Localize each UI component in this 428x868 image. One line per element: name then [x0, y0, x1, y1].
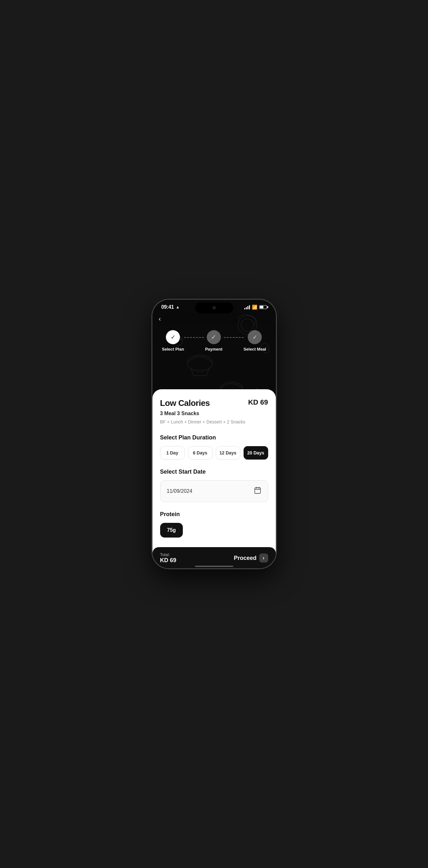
- proceed-button[interactable]: Proceed ›: [234, 554, 268, 562]
- plan-header: Low Calories KD 69: [160, 398, 268, 408]
- camera-notch: [195, 302, 233, 313]
- plan-title: Low Calories: [160, 398, 210, 408]
- step-label-payment: Payment: [205, 347, 222, 351]
- date-input[interactable]: 11/09/2024: [160, 480, 268, 502]
- time-display: 09:41: [161, 304, 174, 310]
- step-select-meal: ✓ Select Meal: [244, 330, 266, 351]
- bar3: [247, 306, 248, 309]
- step-circle-payment[interactable]: ✓: [207, 330, 221, 344]
- step-circle-select-plan[interactable]: ✓: [166, 330, 180, 344]
- protein-badge[interactable]: 75g: [160, 523, 183, 537]
- plan-subtitle: 3 Meal 3 Snacks: [160, 411, 268, 416]
- step-payment: ✓ Payment: [204, 330, 224, 351]
- total-info: Total: KD 69: [160, 552, 177, 564]
- status-icons: 📶: [244, 305, 267, 310]
- content-card: Low Calories KD 69 3 Meal 3 Snacks BF + …: [152, 389, 276, 568]
- duration-section-title: Select Plan Duration: [160, 434, 268, 441]
- signal-bars-icon: [244, 305, 250, 309]
- location-icon: ▲: [176, 305, 180, 309]
- total-label: Total:: [160, 552, 177, 557]
- plan-description: BF + Lunch + Dinner + Dessert + 2 Snacks: [160, 419, 268, 425]
- camera-dot: [213, 306, 216, 309]
- wifi-icon: 📶: [252, 305, 257, 310]
- step-check-select-meal: ✓: [252, 334, 257, 341]
- bar1: [244, 308, 245, 309]
- proceed-arrow-icon: ›: [259, 554, 268, 562]
- status-time: 09:41 ▲: [161, 304, 180, 310]
- svg-rect-8: [255, 488, 261, 493]
- total-amount: KD 69: [160, 557, 177, 564]
- phone-frame: 09:41 ▲ 📶 ‹ ✓: [152, 299, 276, 569]
- phone-screen: 09:41 ▲ 📶 ‹ ✓: [152, 300, 276, 568]
- progress-steps: ✓ Select Plan ✓ Payment ✓ Select Meal: [152, 325, 276, 361]
- date-value: 11/09/2024: [167, 488, 192, 494]
- battery-fill: [260, 306, 264, 308]
- back-button[interactable]: ‹: [152, 313, 276, 325]
- calendar-icon: [254, 487, 262, 496]
- bottom-bar: Total: KD 69 Proceed ›: [152, 547, 276, 568]
- step-check-select-plan: ✓: [171, 334, 176, 341]
- step-check-payment: ✓: [211, 334, 216, 341]
- step-circle-select-meal[interactable]: ✓: [248, 330, 262, 344]
- step-select-plan: ✓ Select Plan: [162, 330, 184, 351]
- step-connector-2: [224, 337, 244, 338]
- duration-1-day[interactable]: 1 Day: [160, 446, 185, 460]
- duration-12-days[interactable]: 12 Days: [216, 446, 240, 460]
- step-label-select-plan: Select Plan: [162, 347, 184, 351]
- proceed-label: Proceed: [234, 555, 256, 561]
- home-indicator: [195, 566, 233, 567]
- duration-buttons-group: 1 Day 6 Days 12 Days 20 Days: [160, 446, 268, 460]
- date-section-title: Select Start Date: [160, 468, 268, 475]
- bar4: [249, 305, 250, 309]
- duration-20-days[interactable]: 20 Days: [244, 446, 268, 460]
- step-label-select-meal: Select Meal: [244, 347, 266, 351]
- step-connector-1: [184, 337, 204, 338]
- bar2: [246, 307, 247, 309]
- duration-6-days[interactable]: 6 Days: [188, 446, 213, 460]
- plan-price: KD 69: [248, 398, 268, 406]
- battery-icon: [259, 305, 267, 309]
- protein-section-title: Protein: [160, 511, 268, 518]
